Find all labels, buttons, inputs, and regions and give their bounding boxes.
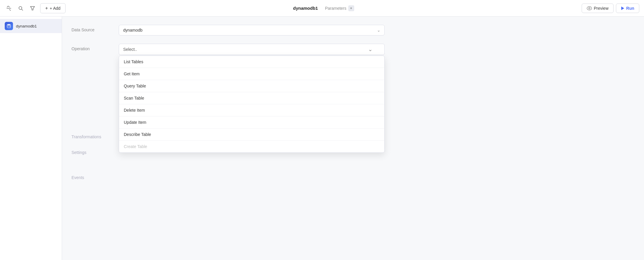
preview-label: Preview bbox=[594, 6, 609, 11]
dropdown-item-label: Get Item bbox=[124, 72, 140, 76]
sidebar: dynamodb1 bbox=[0, 17, 62, 260]
svg-point-4 bbox=[587, 6, 592, 10]
parameters-section: Parameters + bbox=[320, 5, 354, 11]
svg-point-5 bbox=[588, 7, 590, 9]
toolbar: + + Add dynamodb1 Parameters + Preview bbox=[0, 0, 644, 17]
dropdown-item-describe-table[interactable]: Describe Table bbox=[119, 129, 384, 141]
svg-marker-3 bbox=[30, 6, 35, 10]
search-icon bbox=[18, 6, 23, 11]
run-button[interactable]: Run bbox=[616, 4, 639, 13]
collapse-icon bbox=[6, 6, 11, 11]
dropdown-item-list-tables[interactable]: List Tables bbox=[119, 56, 384, 68]
dropdown-item-label: Delete Item bbox=[124, 108, 145, 113]
add-plus-icon: + bbox=[45, 6, 48, 11]
svg-marker-6 bbox=[621, 6, 624, 10]
sidebar-item-dynamodb1[interactable]: dynamodb1 bbox=[0, 19, 62, 33]
run-label: Run bbox=[626, 6, 634, 11]
query-panel: Data Source dynamodb ⌄ Operation Select.… bbox=[62, 17, 644, 260]
transformations-label: Transformations bbox=[71, 132, 119, 139]
svg-point-7 bbox=[7, 24, 11, 26]
dropdown-item-update-item[interactable]: Update Item bbox=[119, 116, 384, 129]
collapse-button[interactable] bbox=[5, 4, 13, 12]
operation-row: Operation Select.. ⌄ List Tables Get Ite… bbox=[71, 44, 635, 55]
operation-dropdown-menu: List Tables Get Item Query Table Scan Ta… bbox=[119, 56, 385, 153]
toolbar-left: + + Add bbox=[5, 3, 66, 13]
search-button[interactable] bbox=[17, 4, 25, 12]
dropdown-item-label: Create Table bbox=[124, 144, 147, 149]
eye-icon bbox=[587, 6, 592, 10]
operation-placeholder: Select.. bbox=[123, 47, 368, 52]
data-source-label: Data Source bbox=[71, 25, 119, 32]
add-parameter-button[interactable]: + bbox=[348, 5, 354, 11]
add-button[interactable]: + + Add bbox=[40, 3, 66, 13]
data-source-select[interactable]: dynamodb bbox=[119, 25, 385, 35]
settings-label: Settings bbox=[71, 147, 119, 155]
dropdown-item-scan-table[interactable]: Scan Table bbox=[119, 92, 384, 104]
dropdown-item-label: List Tables bbox=[124, 59, 143, 64]
operation-chevron-icon: ⌄ bbox=[368, 47, 373, 52]
toolbar-center: dynamodb1 Parameters + bbox=[293, 5, 354, 11]
filter-icon bbox=[30, 6, 35, 11]
db-icon bbox=[5, 22, 13, 30]
dropdown-item-delete-item[interactable]: Delete Item bbox=[119, 104, 384, 116]
operation-select-wrap: Select.. ⌄ List Tables Get Item Query Ta… bbox=[119, 44, 385, 55]
preview-button[interactable]: Preview bbox=[582, 4, 614, 13]
add-label: + Add bbox=[50, 6, 60, 11]
dropdown-item-label: Scan Table bbox=[124, 96, 144, 100]
dropdown-item-create-table[interactable]: Create Table bbox=[119, 141, 384, 152]
dropdown-item-label: Query Table bbox=[124, 84, 146, 88]
events-label: Events bbox=[71, 173, 119, 180]
dropdown-item-label: Describe Table bbox=[124, 132, 151, 137]
events-row: Events bbox=[71, 173, 635, 180]
toolbar-right: Preview Run bbox=[582, 4, 639, 13]
query-title: dynamodb1 bbox=[293, 6, 318, 11]
dropdown-item-label: Update Item bbox=[124, 120, 146, 125]
operation-label: Operation bbox=[71, 44, 119, 51]
main-content: dynamodb1 Data Source dynamodb ⌄ Operati… bbox=[0, 17, 644, 260]
run-play-icon bbox=[621, 6, 625, 10]
operation-select-display[interactable]: Select.. ⌄ bbox=[119, 44, 385, 55]
sidebar-item-label: dynamodb1 bbox=[16, 24, 37, 28]
dropdown-item-query-table[interactable]: Query Table bbox=[119, 80, 384, 92]
dropdown-item-get-item[interactable]: Get Item bbox=[119, 68, 384, 80]
filter-button[interactable] bbox=[28, 4, 37, 12]
data-source-row: Data Source dynamodb ⌄ bbox=[71, 25, 635, 35]
svg-line-2 bbox=[22, 9, 23, 10]
data-source-select-wrap: dynamodb ⌄ bbox=[119, 25, 385, 35]
params-label: Parameters bbox=[325, 6, 346, 11]
